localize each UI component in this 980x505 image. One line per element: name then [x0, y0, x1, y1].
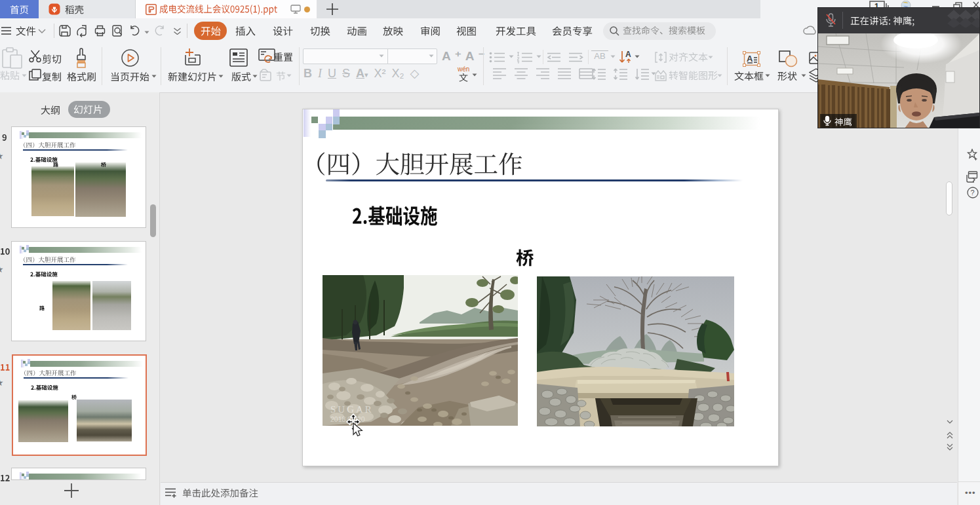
- svg-text:A: A: [747, 54, 753, 64]
- svg-text:A: A: [625, 50, 631, 59]
- svg-text:?: ?: [971, 189, 975, 196]
- svg-text:1: 1: [874, 2, 879, 7]
